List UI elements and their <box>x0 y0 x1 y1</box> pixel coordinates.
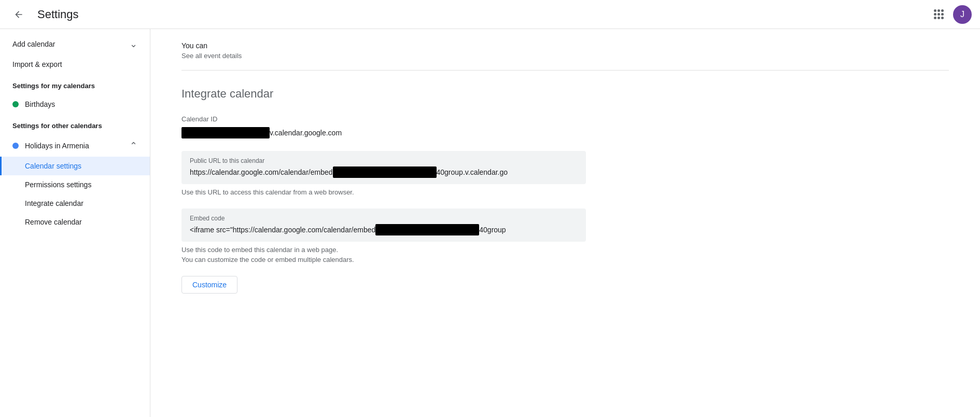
topbar-right: J <box>928 4 972 25</box>
calendar-id-suffix: v.calendar.google.com <box>270 129 342 137</box>
page-title: Settings <box>37 8 79 21</box>
public-url-redacted <box>333 166 437 178</box>
avatar[interactable]: J <box>953 5 972 24</box>
holidays-armenia-label: Holidays in Armenia <box>25 142 89 150</box>
add-calendar-label: Add calendar <box>12 40 55 48</box>
sidebar-item-permissions-settings[interactable]: Permissions settings <box>0 175 150 194</box>
calendar-id-group: Calendar ID v.calendar.google.com <box>181 115 949 138</box>
layout: Add calendar ⌄ Import & export Settings … <box>0 29 980 417</box>
sidebar-section-my-calendars: Settings for my calendars <box>0 74 150 95</box>
calendar-settings-label: Calendar settings <box>25 162 81 170</box>
embed-code-box: Embed code <iframe src="https://calendar… <box>181 208 586 242</box>
main-content: You can See all event details Integrate … <box>150 29 980 417</box>
sidebar-item-remove-calendar[interactable]: Remove calendar <box>0 213 150 231</box>
calendar-id-redacted <box>181 127 270 138</box>
sidebar: Add calendar ⌄ Import & export Settings … <box>0 29 150 417</box>
holidays-dot <box>12 143 19 149</box>
integrate-calendar-section: Integrate calendar Calendar ID v.calenda… <box>181 87 949 294</box>
embed-code-redacted <box>375 224 479 235</box>
sidebar-item-add-calendar[interactable]: Add calendar ⌄ <box>0 33 150 55</box>
sidebar-item-integrate-calendar[interactable]: Integrate calendar <box>0 194 150 213</box>
integrate-calendar-label: Integrate calendar <box>25 199 83 207</box>
permissions-settings-label: Permissions settings <box>25 180 91 189</box>
birthdays-dot <box>12 101 19 107</box>
embed-code-group: Embed code <iframe src="https://calendar… <box>181 208 949 294</box>
sidebar-item-import-export[interactable]: Import & export <box>0 55 150 74</box>
public-url-helper: Use this URL to access this calendar fro… <box>181 188 949 196</box>
public-url-box: Public URL to this calendar https://cale… <box>181 151 586 184</box>
you-can-title: You can <box>181 41 949 50</box>
you-can-desc: See all event details <box>181 52 949 60</box>
chevron-up-icon: ⌃ <box>130 140 137 151</box>
grid-icon <box>934 9 944 19</box>
calendar-id-label: Calendar ID <box>181 115 949 123</box>
embed-helper1: Use this code to embed this calendar in … <box>181 246 949 254</box>
public-url-prefix: https://calendar.google.com/calendar/emb… <box>190 168 333 176</box>
embed-code-suffix: 40group <box>479 226 506 234</box>
topbar-left: Settings <box>8 4 79 25</box>
topbar: Settings J <box>0 0 980 29</box>
embed-code-label: Embed code <box>190 215 578 222</box>
public-url-value: https://calendar.google.com/calendar/emb… <box>190 166 578 178</box>
import-export-label: Import & export <box>12 60 62 68</box>
embed-code-value: <iframe src="https://calendar.google.com… <box>190 224 578 235</box>
sidebar-item-holidays-armenia[interactable]: Holidays in Armenia ⌃ <box>0 135 150 157</box>
public-url-group: Public URL to this calendar https://cale… <box>181 151 949 196</box>
you-can-section: You can See all event details <box>181 29 949 71</box>
apps-button[interactable] <box>928 4 949 25</box>
integrate-calendar-title: Integrate calendar <box>181 87 949 101</box>
birthdays-label: Birthdays <box>25 100 55 108</box>
sidebar-item-calendar-settings[interactable]: Calendar settings <box>0 157 150 175</box>
public-url-suffix: 40group.v.calendar.go <box>437 168 508 176</box>
customize-button[interactable]: Customize <box>181 276 237 294</box>
calendar-id-row: v.calendar.google.com <box>181 127 949 138</box>
remove-calendar-label: Remove calendar <box>25 218 82 226</box>
embed-helper2: You can customize the code or embed mult… <box>181 256 949 263</box>
sidebar-item-birthdays[interactable]: Birthdays <box>0 95 150 114</box>
public-url-label: Public URL to this calendar <box>190 157 578 164</box>
chevron-down-icon: ⌄ <box>130 38 137 50</box>
back-button[interactable] <box>8 4 29 25</box>
sidebar-section-other-calendars: Settings for other calendars <box>0 114 150 135</box>
embed-code-prefix: <iframe src="https://calendar.google.com… <box>190 226 375 234</box>
